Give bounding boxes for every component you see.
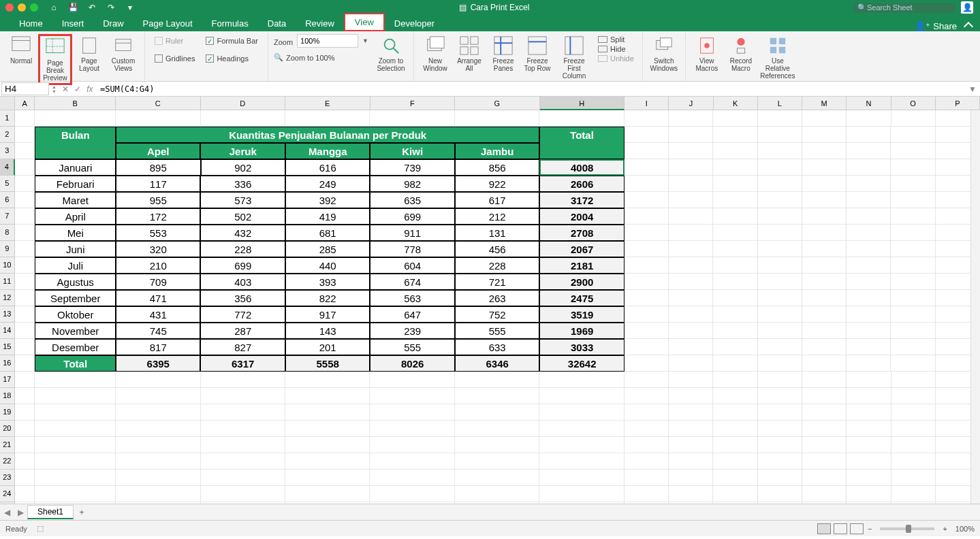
col-header-E[interactable]: E (285, 97, 370, 110)
cell-bulan-7[interactable]: April (35, 208, 116, 225)
cell[interactable] (847, 388, 891, 404)
cell-bulan-4[interactable]: Januari (35, 159, 116, 176)
cell-data[interactable]: 392 (285, 192, 370, 208)
cell[interactable] (625, 290, 669, 306)
sheet-tab[interactable]: Sheet1 (27, 505, 74, 519)
cell-data[interactable]: 356 (200, 290, 285, 306)
cell-data[interactable]: 502 (200, 208, 285, 225)
col-header-J[interactable]: J (669, 97, 713, 110)
cell[interactable] (758, 241, 802, 257)
page-break-preview-button[interactable]: Page Break Preview (38, 34, 72, 85)
cell-data[interactable]: 752 (455, 306, 539, 323)
cell[interactable] (758, 110, 802, 127)
cell[interactable] (669, 470, 713, 486)
cell[interactable] (669, 486, 713, 502)
zoom-slider[interactable] (880, 527, 934, 530)
tab-review[interactable]: Review (296, 16, 344, 31)
cell-data[interactable]: 456 (455, 241, 539, 257)
cell[interactable] (669, 143, 713, 159)
cell[interactable] (669, 453, 713, 470)
cell[interactable] (669, 502, 713, 504)
cell[interactable] (802, 176, 847, 192)
cell[interactable] (669, 225, 713, 241)
cell[interactable] (625, 176, 669, 192)
col-header-B[interactable]: B (35, 97, 116, 110)
cell-data[interactable]: 440 (285, 257, 370, 274)
cell[interactable] (758, 470, 802, 486)
tab-page-layout[interactable]: Page Layout (133, 16, 202, 31)
cell-data[interactable]: 131 (455, 225, 539, 241)
col-header-K[interactable]: K (714, 97, 758, 110)
cell-total-12[interactable]: 2475 (539, 290, 624, 306)
cell-data[interactable]: 647 (370, 306, 454, 323)
cell[interactable] (758, 306, 802, 323)
cell-data[interactable]: 902 (201, 159, 285, 176)
cell[interactable] (625, 159, 669, 176)
cell-data[interactable]: 674 (370, 274, 454, 290)
cell[interactable] (669, 274, 713, 290)
cell-data[interactable]: 699 (200, 257, 285, 274)
zoom-out-button[interactable]: − (868, 525, 872, 533)
cell[interactable] (713, 323, 757, 339)
cell-total-10[interactable]: 2181 (539, 257, 624, 274)
row-header-16[interactable]: 16 (0, 355, 15, 372)
cell[interactable] (802, 486, 847, 502)
cell-data[interactable]: 911 (370, 225, 454, 241)
cell[interactable] (758, 486, 802, 502)
row-header-8[interactable]: 8 (0, 225, 15, 241)
cell-data[interactable]: 699 (370, 208, 454, 225)
cell[interactable] (625, 502, 669, 504)
zoom-dropdown-icon[interactable]: ▼ (362, 37, 368, 44)
cell[interactable] (669, 437, 713, 453)
fx-icon[interactable]: fx (84, 84, 96, 94)
col-header-G[interactable]: G (455, 97, 540, 110)
cell[interactable] (669, 127, 713, 143)
cell[interactable] (758, 257, 802, 274)
cell-data[interactable]: 681 (285, 225, 370, 241)
row-header-17[interactable]: 17 (0, 372, 15, 388)
cell-bulan-15[interactable]: Desember (35, 339, 116, 355)
cell[interactable] (891, 421, 936, 437)
cell[interactable] (625, 355, 669, 372)
split-button[interactable]: Split (598, 35, 634, 44)
cell-data[interactable]: 745 (116, 323, 200, 339)
redo-icon[interactable]: ↷ (106, 3, 116, 12)
cell-data[interactable]: 616 (285, 159, 370, 176)
row-header-14[interactable]: 14 (0, 323, 15, 339)
cell[interactable] (713, 208, 757, 225)
arrange-all-button[interactable]: Arrange All (452, 34, 486, 74)
record-macro-button[interactable]: Record Macro (724, 34, 758, 74)
cell-total-13[interactable]: 3519 (539, 306, 624, 323)
cell[interactable] (625, 306, 669, 323)
cell[interactable] (713, 159, 757, 176)
cell[interactable] (891, 159, 935, 176)
cell-data[interactable]: 320 (116, 241, 200, 257)
cell[interactable] (713, 225, 757, 241)
cell[interactable] (891, 143, 935, 159)
cell[interactable] (891, 274, 935, 290)
search-input[interactable] (867, 3, 942, 12)
freeze-first-col-button[interactable]: Freeze First Column (554, 34, 594, 81)
cell[interactable] (669, 159, 713, 176)
cell[interactable] (669, 110, 713, 127)
cell-data[interactable]: 856 (455, 159, 539, 176)
cell[interactable] (847, 143, 891, 159)
cell-total-8[interactable]: 2708 (539, 225, 624, 241)
cell-bulan-9[interactable]: Juni (35, 241, 116, 257)
row-header-2[interactable]: 2 (0, 127, 15, 143)
cell[interactable] (891, 323, 935, 339)
cell[interactable] (802, 437, 847, 453)
macro-record-status-icon[interactable]: ⬚ (37, 524, 44, 533)
cell[interactable] (758, 388, 802, 404)
cell[interactable] (802, 453, 847, 470)
cell-data[interactable]: 772 (200, 306, 285, 323)
row-header-19[interactable]: 19 (0, 404, 15, 421)
tab-draw[interactable]: Draw (93, 16, 133, 31)
cell[interactable] (669, 388, 713, 404)
zoom-to-selection-button[interactable]: Zoom to Selection (374, 34, 408, 74)
cell[interactable] (758, 404, 802, 421)
namebox-stepper[interactable]: ▲▼ (52, 84, 57, 94)
cell[interactable] (758, 323, 802, 339)
collapse-ribbon-icon[interactable] (964, 21, 973, 31)
cell-data[interactable]: 228 (455, 257, 539, 274)
